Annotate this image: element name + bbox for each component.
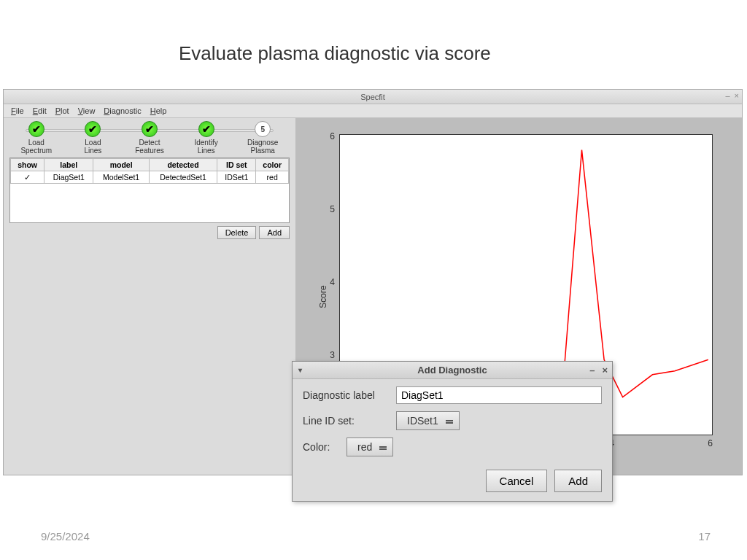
dialog-titlebar: ▾ Add Diagnostic – × <box>293 362 612 379</box>
step-number: 5 <box>255 121 271 137</box>
left-pane: ✔ LoadSpectrum ✔ LoadLines ✔ DetectFeatu… <box>4 118 295 475</box>
step-identify-lines[interactable]: ✔ IdentifyLines <box>185 121 228 155</box>
cell-color: red <box>256 171 289 184</box>
step-detect-features[interactable]: ✔ DetectFeatures <box>128 121 171 155</box>
menu-plot[interactable]: Plot <box>51 105 74 117</box>
y-axis-label: Score <box>318 285 328 308</box>
xtick: 6 <box>708 438 713 448</box>
line-idset-lbl: Line ID set: <box>303 415 389 427</box>
ytick: 3 <box>320 350 335 360</box>
slide-title: Evaluate plasma diagnostic via score <box>179 42 491 65</box>
cell-detected: DetectedSet1 <box>149 171 217 184</box>
close-icon[interactable]: × <box>735 91 739 100</box>
col-idset[interactable]: ID set <box>217 159 256 171</box>
table-row[interactable]: ✓ DiagSet1 ModelSet1 DetectedSet1 IDSet1… <box>11 171 289 184</box>
menu-view[interactable]: View <box>74 105 100 117</box>
col-model[interactable]: model <box>93 159 149 171</box>
delete-button[interactable]: Delete <box>217 226 257 239</box>
col-detected[interactable]: detected <box>149 159 217 171</box>
dialog-title: Add Diagnostic <box>417 365 487 376</box>
line-idset-select[interactable]: IDSet1 <box>396 411 460 430</box>
menu-file[interactable]: File <box>7 105 28 117</box>
cell-idset: IDSet1 <box>217 171 256 184</box>
diagnostic-label-input[interactable] <box>396 386 602 404</box>
footer-page: 17 <box>698 530 711 542</box>
menu-diagnostic[interactable]: Diagnostic <box>99 105 145 117</box>
step-load-lines[interactable]: ✔ LoadLines <box>71 121 115 155</box>
menu-edit[interactable]: Edit <box>28 105 51 117</box>
check-icon: ✔ <box>28 121 44 137</box>
check-icon: ✔ <box>198 121 214 137</box>
ytick: 5 <box>320 204 335 214</box>
menu-help[interactable]: Help <box>146 105 171 117</box>
color-select[interactable]: red <box>347 438 393 456</box>
step-diagnose-plasma[interactable]: 5 DiagnosePlasma <box>241 121 285 155</box>
cancel-button[interactable]: Cancel <box>486 470 548 492</box>
diagnostic-table: show label model detected ID set color ✓… <box>9 158 290 223</box>
minimize-icon[interactable]: – <box>589 365 595 376</box>
col-label[interactable]: label <box>44 159 93 171</box>
cell-label: DiagSet1 <box>44 171 93 184</box>
add-diagnostic-dialog: ▾ Add Diagnostic – × Diagnostic label Li… <box>292 361 613 502</box>
cell-model: ModelSet1 <box>93 171 149 184</box>
step-load-spectrum[interactable]: ✔ LoadSpectrum <box>15 121 58 155</box>
cell-show-checkbox[interactable]: ✓ <box>11 171 44 184</box>
col-show[interactable]: show <box>11 159 44 171</box>
color-lbl: Color: <box>303 441 339 453</box>
close-icon[interactable]: × <box>602 365 608 376</box>
check-icon: ✔ <box>142 121 158 137</box>
step-bar: ✔ LoadSpectrum ✔ LoadLines ✔ DetectFeatu… <box>4 118 295 158</box>
footer-date: 9/25/2024 <box>41 530 90 542</box>
window-title: Specfit <box>360 93 385 101</box>
add-button[interactable]: Add <box>259 226 290 239</box>
diagnostic-label-lbl: Diagnostic label <box>303 389 389 401</box>
add-button[interactable]: Add <box>554 470 602 492</box>
ytick: 6 <box>320 131 335 141</box>
ytick: 4 <box>320 277 335 287</box>
col-color[interactable]: color <box>256 159 289 171</box>
minimize-icon[interactable]: – <box>725 91 729 100</box>
menubar: File Edit Plot View Diagnostic Help <box>4 104 742 118</box>
menu-icon[interactable]: ▾ <box>298 366 302 374</box>
titlebar: Specfit – × <box>4 90 742 104</box>
check-icon: ✔ <box>85 121 101 137</box>
